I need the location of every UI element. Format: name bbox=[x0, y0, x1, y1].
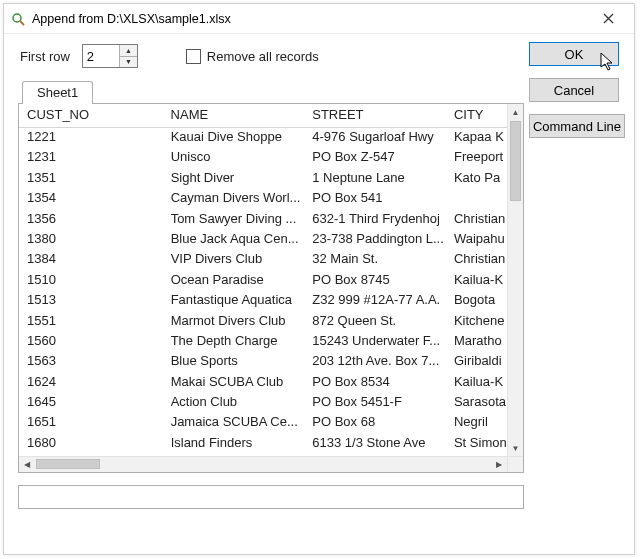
cell[interactable]: VIP Divers Club bbox=[163, 250, 305, 270]
scroll-right-icon[interactable]: ▶ bbox=[491, 457, 507, 472]
table-row[interactable]: 1645Action ClubPO Box 5451-FSarasota bbox=[19, 393, 507, 413]
cell[interactable]: PO Box 68 bbox=[304, 413, 446, 433]
cancel-button[interactable]: Cancel bbox=[529, 78, 619, 102]
cell[interactable]: 1231 bbox=[19, 148, 163, 168]
cell[interactable]: Blue Sports bbox=[163, 352, 305, 372]
spinner-down-icon[interactable]: ▼ bbox=[120, 57, 137, 68]
ok-button[interactable]: OK bbox=[529, 42, 619, 66]
col-header-city[interactable]: CITY bbox=[446, 104, 507, 127]
cell[interactable]: Action Club bbox=[163, 393, 305, 413]
col-header-custno[interactable]: CUST_NO bbox=[19, 104, 163, 127]
table-row[interactable]: 1221Kauai Dive Shoppe4-976 Sugarloaf Hwy… bbox=[19, 128, 507, 148]
cell[interactable]: Z32 999 #12A-77 A.A. bbox=[304, 291, 446, 311]
cell[interactable]: Giribaldi bbox=[446, 352, 507, 372]
col-header-name[interactable]: NAME bbox=[163, 104, 305, 127]
cell[interactable]: Tom Sawyer Diving ... bbox=[163, 210, 305, 230]
cell[interactable]: Freeport bbox=[446, 148, 507, 168]
cell[interactable]: Island Finders bbox=[163, 434, 305, 454]
cell[interactable]: Sight Diver bbox=[163, 169, 305, 189]
cell[interactable]: The Depth Charge bbox=[163, 332, 305, 352]
table-row[interactable]: 1651Jamaica SCUBA Ce...PO Box 68Negril bbox=[19, 413, 507, 433]
first-row-input[interactable] bbox=[83, 45, 119, 67]
cell[interactable]: Kauai Dive Shoppe bbox=[163, 128, 305, 148]
cell[interactable]: 1510 bbox=[19, 271, 163, 291]
scroll-left-icon[interactable]: ◀ bbox=[19, 457, 35, 472]
cell[interactable]: Blue Jack Aqua Cen... bbox=[163, 230, 305, 250]
table-row[interactable]: 1560The Depth Charge15243 Underwater F..… bbox=[19, 332, 507, 352]
cell[interactable]: Kapaa K bbox=[446, 128, 507, 148]
col-header-street[interactable]: STREET bbox=[304, 104, 446, 127]
cell[interactable]: Waipahu bbox=[446, 230, 507, 250]
h-scroll-thumb[interactable] bbox=[36, 459, 100, 469]
cell[interactable]: 1680 bbox=[19, 434, 163, 454]
cell[interactable]: 872 Queen St. bbox=[304, 312, 446, 332]
table-row[interactable]: 1384VIP Divers Club32 Main St.Christian bbox=[19, 250, 507, 270]
table-row[interactable]: 1231UniscoPO Box Z-547Freeport bbox=[19, 148, 507, 168]
cell[interactable]: 4-976 Sugarloaf Hwy bbox=[304, 128, 446, 148]
horizontal-scrollbar[interactable]: ◀ ▶ bbox=[19, 456, 523, 472]
cell[interactable]: PO Box 541 bbox=[304, 189, 446, 209]
cell[interactable]: PO Box 8534 bbox=[304, 373, 446, 393]
cell[interactable]: Bogota bbox=[446, 291, 507, 311]
cell[interactable]: Christian bbox=[446, 210, 507, 230]
cell[interactable]: 1354 bbox=[19, 189, 163, 209]
table-row[interactable]: 1356Tom Sawyer Diving ...632-1 Third Fry… bbox=[19, 210, 507, 230]
cell[interactable]: 1551 bbox=[19, 312, 163, 332]
cell[interactable]: 1563 bbox=[19, 352, 163, 372]
cell[interactable]: 1221 bbox=[19, 128, 163, 148]
cell[interactable]: 203 12th Ave. Box 7... bbox=[304, 352, 446, 372]
cell[interactable]: Marmot Divers Club bbox=[163, 312, 305, 332]
cell[interactable]: Kailua-K bbox=[446, 373, 507, 393]
cell[interactable]: St Simon bbox=[446, 434, 507, 454]
close-icon[interactable] bbox=[590, 8, 626, 30]
first-row-spinner[interactable]: ▲ ▼ bbox=[82, 44, 138, 68]
cell[interactable] bbox=[446, 189, 507, 209]
cell[interactable]: Fantastique Aquatica bbox=[163, 291, 305, 311]
cell[interactable]: 1356 bbox=[19, 210, 163, 230]
cell[interactable]: Sarasota bbox=[446, 393, 507, 413]
cell[interactable]: Negril bbox=[446, 413, 507, 433]
table-row[interactable]: 1680Island Finders6133 1/3 Stone AveSt S… bbox=[19, 434, 507, 454]
scroll-down-icon[interactable]: ▼ bbox=[508, 440, 523, 456]
cell[interactable]: 1 Neptune Lane bbox=[304, 169, 446, 189]
cell[interactable]: Ocean Paradise bbox=[163, 271, 305, 291]
cell[interactable]: PO Box 5451-F bbox=[304, 393, 446, 413]
table-row[interactable]: 1624Makai SCUBA ClubPO Box 8534Kailua-K bbox=[19, 373, 507, 393]
remove-all-checkbox[interactable] bbox=[186, 49, 201, 64]
cell[interactable]: Unisco bbox=[163, 148, 305, 168]
cell[interactable]: 1624 bbox=[19, 373, 163, 393]
cell[interactable]: 32 Main St. bbox=[304, 250, 446, 270]
table-row[interactable]: 1551Marmot Divers Club872 Queen St.Kitch… bbox=[19, 312, 507, 332]
cell[interactable]: PO Box Z-547 bbox=[304, 148, 446, 168]
cell[interactable]: Kato Pa bbox=[446, 169, 507, 189]
cell[interactable]: Maratho bbox=[446, 332, 507, 352]
table-row[interactable]: 1380Blue Jack Aqua Cen...23-738 Paddingt… bbox=[19, 230, 507, 250]
cell[interactable]: 23-738 Paddington L... bbox=[304, 230, 446, 250]
cell[interactable]: 1560 bbox=[19, 332, 163, 352]
cell[interactable]: PO Box 8745 bbox=[304, 271, 446, 291]
cell[interactable]: 1645 bbox=[19, 393, 163, 413]
scroll-up-icon[interactable]: ▲ bbox=[508, 104, 523, 120]
cell[interactable]: Christian bbox=[446, 250, 507, 270]
cell[interactable]: 15243 Underwater F... bbox=[304, 332, 446, 352]
table-row[interactable]: 1563Blue Sports203 12th Ave. Box 7...Gir… bbox=[19, 352, 507, 372]
cell[interactable]: 632-1 Third Frydenhoj bbox=[304, 210, 446, 230]
table-row[interactable]: 1354Cayman Divers Worl...PO Box 541 bbox=[19, 189, 507, 209]
cell[interactable]: Cayman Divers Worl... bbox=[163, 189, 305, 209]
v-scroll-thumb[interactable] bbox=[510, 121, 521, 201]
cell[interactable]: 6133 1/3 Stone Ave bbox=[304, 434, 446, 454]
spinner-up-icon[interactable]: ▲ bbox=[120, 45, 137, 57]
table-row[interactable]: 1510Ocean ParadisePO Box 8745Kailua-K bbox=[19, 271, 507, 291]
cell[interactable]: Kitchene bbox=[446, 312, 507, 332]
cell[interactable]: 1380 bbox=[19, 230, 163, 250]
cell[interactable]: 1351 bbox=[19, 169, 163, 189]
vertical-scrollbar[interactable]: ▲ ▼ bbox=[507, 104, 523, 456]
cell[interactable]: Makai SCUBA Club bbox=[163, 373, 305, 393]
cell[interactable]: Jamaica SCUBA Ce... bbox=[163, 413, 305, 433]
sheet-tab[interactable]: Sheet1 bbox=[22, 81, 93, 104]
cell[interactable]: 1651 bbox=[19, 413, 163, 433]
cell[interactable]: Kailua-K bbox=[446, 271, 507, 291]
command-line-button[interactable]: Command Line bbox=[529, 114, 625, 138]
cell[interactable]: 1384 bbox=[19, 250, 163, 270]
table-row[interactable]: 1351Sight Diver1 Neptune LaneKato Pa bbox=[19, 169, 507, 189]
